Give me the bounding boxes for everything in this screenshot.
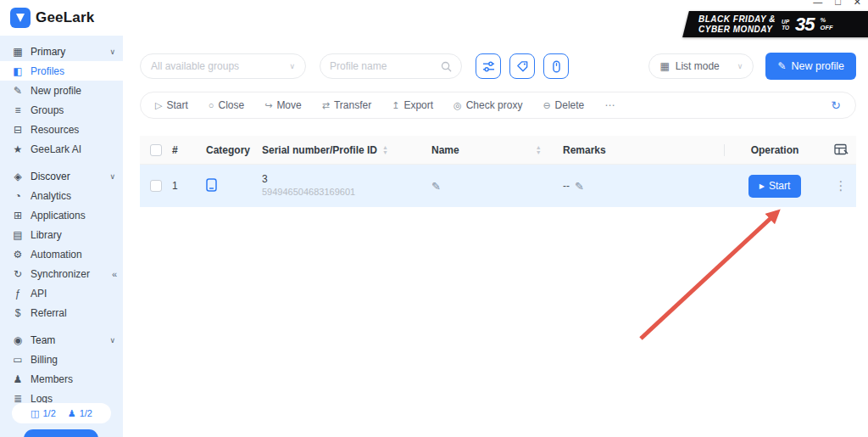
compass-icon: ◈: [11, 171, 25, 182]
sidebar-item-members[interactable]: ♟ Members: [0, 369, 123, 389]
serial-number: 3: [262, 173, 355, 186]
usage-pill[interactable]: ◫ 1/2 ♟ 1/2: [12, 403, 111, 423]
bulk-close-button[interactable]: ○ Close: [209, 99, 244, 111]
start-profile-button[interactable]: ▶ Start: [748, 175, 802, 198]
chevron-down-icon: ∨: [737, 62, 743, 70]
sidebar-item-analytics[interactable]: ◔ Analytics: [0, 186, 123, 205]
app-window: — □ ✕ GeeLark ▦ Primary ∨ ◧ Profiles ✎ N…: [0, 0, 868, 437]
action-label: Transfer: [334, 99, 371, 111]
sidebar-section-discover[interactable]: ◈ Discover ∨: [0, 166, 123, 186]
advanced-filter-button[interactable]: [476, 53, 501, 79]
sidebar-item-billing[interactable]: ▭ Billing: [0, 350, 123, 369]
list-icon: ≡: [11, 104, 25, 116]
search-icon: [441, 61, 452, 72]
serial-sort-control[interactable]: ▲ ▼: [382, 145, 388, 154]
app-title: GeeLark: [36, 9, 94, 26]
row-checkbox[interactable]: [150, 180, 162, 192]
item-label: Groups: [31, 104, 64, 116]
new-profile-button[interactable]: ✎ New profile: [765, 53, 856, 80]
team-icon: ◉: [11, 334, 25, 346]
name-sort-control[interactable]: ▲ ▼: [536, 145, 542, 154]
sidebar-item-groups[interactable]: ≡ Groups: [0, 100, 123, 120]
row-category: [206, 178, 262, 194]
chevron-down-icon: ∨: [109, 48, 115, 56]
chart-icon: ◔: [11, 190, 25, 202]
item-label: GeeLark AI: [31, 143, 81, 155]
bulk-transfer-button[interactable]: ⇄ Transfer: [322, 99, 371, 111]
refresh-icon[interactable]: ↻: [831, 98, 841, 112]
item-label: API: [31, 288, 47, 300]
edit-remarks-icon[interactable]: ✎: [575, 180, 584, 193]
promo-text: BLACK FRIDAY & CYBER MONDAY: [698, 14, 776, 34]
bulk-delete-button[interactable]: ⊖ Delete: [542, 99, 584, 111]
promo-banner[interactable]: BLACK FRIDAY & CYBER MONDAY UP TO 35 % O…: [682, 11, 868, 37]
members-usage-count: 1/2: [80, 408, 92, 418]
minimize-button[interactable]: —: [813, 0, 822, 8]
person-icon: ♟: [11, 373, 25, 385]
list-mode-icon: ▦: [659, 60, 669, 72]
view-mode-select[interactable]: ▦ List mode ∨: [648, 53, 754, 79]
check-proxy-button[interactable]: ◎ Check proxy: [453, 99, 522, 111]
profiles-usage-count: 1/2: [42, 408, 55, 418]
play-circle-icon: ▷: [155, 100, 162, 111]
table-settings-icon[interactable]: [834, 143, 849, 156]
bottom-action-button[interactable]: [24, 429, 98, 437]
sidebar-section-primary[interactable]: ▦ Primary ∨: [0, 42, 123, 61]
sidebar-item-applications[interactable]: ⊞ Applications: [0, 205, 123, 225]
item-label: New profile: [31, 85, 81, 97]
maximize-button[interactable]: □: [835, 0, 841, 8]
header-name: Name: [431, 144, 459, 156]
section-label: Team: [31, 334, 55, 346]
sidebar-item-api[interactable]: ƒ API: [0, 283, 123, 303]
group-filter-select[interactable]: All available groups ∨: [140, 53, 306, 79]
sidebar-item-library[interactable]: ▤ Library: [0, 225, 123, 244]
phone-icon: [550, 60, 563, 73]
sidebar-section-team[interactable]: ◉ Team ∨: [0, 330, 123, 350]
serial-cell: 3 594946504683169601: [262, 173, 355, 199]
header-remarks: Remarks: [563, 144, 724, 156]
sidebar-item-automation[interactable]: ⚙ Automation: [0, 244, 123, 264]
bulk-export-button[interactable]: ↥ Export: [392, 99, 433, 111]
action-label: Delete: [555, 99, 585, 111]
tag-icon: [516, 60, 529, 73]
sidebar-item-new-profile[interactable]: ✎ New profile: [0, 81, 123, 100]
header-category: Category: [206, 144, 262, 156]
edit-name-icon[interactable]: ✎: [431, 180, 441, 193]
row-index: 1: [172, 180, 206, 192]
device-filter-button[interactable]: [543, 53, 569, 79]
table-header-row: # Category Serial number/Profile ID ▲ ▼ …: [140, 136, 856, 165]
more-actions-button[interactable]: ⋯: [604, 99, 615, 111]
sort-down-icon: ▼: [382, 150, 388, 155]
tag-filter-button[interactable]: [509, 53, 535, 79]
close-button[interactable]: ✕: [854, 0, 861, 8]
select-all-checkbox[interactable]: [150, 144, 162, 156]
sidebar-item-synchronizer[interactable]: ↻ Synchronizer «: [0, 264, 123, 283]
item-label: Members: [31, 373, 73, 385]
sidebar-item-profiles[interactable]: ◧ Profiles: [0, 61, 123, 81]
sidebar-item-referral[interactable]: $ Referral: [0, 303, 123, 322]
item-label: Synchronizer: [31, 268, 90, 280]
apps-icon: ⊞: [11, 210, 25, 221]
item-label: Billing: [31, 354, 58, 366]
table-row[interactable]: 1 3 594946504683169601 ✎ -- ✎: [140, 165, 856, 207]
bulk-move-button[interactable]: ↪ Move: [264, 99, 302, 111]
promo-percent-off: % OFF: [821, 17, 833, 31]
item-label: Library: [31, 229, 62, 241]
sidebar-collapse-icon[interactable]: «: [112, 269, 115, 279]
start-button-label: Start: [769, 180, 790, 192]
dollar-icon: $: [11, 307, 25, 319]
item-label: Referral: [31, 307, 67, 319]
library-icon: ▤: [11, 229, 25, 241]
chevron-down-icon: ∨: [109, 336, 115, 345]
sidebar-item-resources[interactable]: ⊟ Resources: [0, 120, 123, 139]
bulk-start-button[interactable]: ▷ Start: [155, 99, 188, 111]
pencil-square-icon: ✎: [11, 85, 25, 97]
proxy-check-icon: ◎: [453, 100, 462, 111]
search-input[interactable]: [330, 60, 441, 72]
action-label: Move: [276, 99, 301, 111]
app-logo[interactable]: GeeLark: [0, 0, 123, 36]
ellipsis-icon: ⋯: [604, 99, 615, 111]
item-label: Profiles: [31, 65, 64, 77]
row-more-options-icon[interactable]: ⋮: [835, 178, 848, 193]
sidebar-item-geelark-ai[interactable]: ★ GeeLark AI: [0, 139, 123, 159]
